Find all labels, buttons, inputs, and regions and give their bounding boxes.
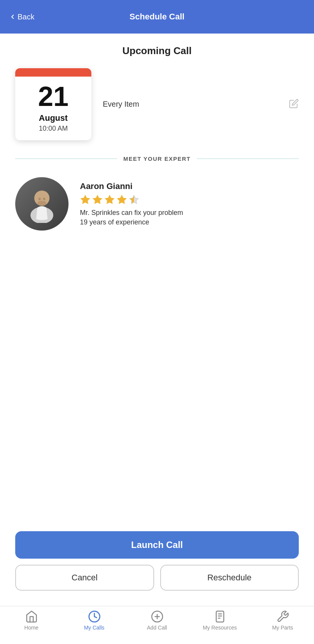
- avatar-svg: [23, 185, 61, 223]
- svg-point-4: [43, 198, 45, 200]
- header: Back Schedule Call: [0, 0, 314, 34]
- call-label-area: Every Item: [103, 99, 299, 110]
- back-button[interactable]: Back: [9, 13, 34, 21]
- expert-avatar: [15, 177, 69, 231]
- my-resources-icon: [214, 610, 226, 623]
- expert-info: Aaron Gianni: [80, 181, 299, 226]
- nav-label-add-call: Add Call: [147, 625, 167, 631]
- divider-right: [197, 159, 299, 159]
- nav-item-my-parts[interactable]: My Parts: [251, 610, 314, 631]
- cancel-button[interactable]: Cancel: [15, 565, 154, 591]
- call-label: Every Item: [103, 100, 139, 109]
- star-1: [80, 194, 91, 205]
- svg-marker-7: [105, 195, 114, 203]
- calendar-tile: 21 August 10:00 AM: [15, 68, 91, 140]
- nav-label-my-resources: My Resources: [203, 625, 237, 631]
- section-divider: MEET YOUR EXPERT: [15, 155, 299, 162]
- svg-point-2: [37, 201, 46, 205]
- star-2: [92, 194, 103, 205]
- nav-label-home: Home: [24, 625, 38, 631]
- svg-point-3: [38, 198, 41, 200]
- divider-left: [15, 159, 117, 159]
- nav-item-my-calls[interactable]: My Calls: [63, 610, 126, 631]
- nav-label-my-parts: My Parts: [272, 625, 293, 631]
- page-title: Upcoming Call: [15, 45, 299, 57]
- calendar-time: 10:00 AM: [23, 125, 84, 133]
- my-parts-icon: [276, 610, 289, 623]
- add-call-icon: [151, 610, 164, 623]
- call-info-row: 21 August 10:00 AM Every Item: [15, 68, 299, 140]
- main-content: Upcoming Call 21 August 10:00 AM Every I…: [0, 34, 314, 606]
- home-icon: [25, 610, 38, 623]
- expert-name: Aaron Gianni: [80, 181, 299, 191]
- stars-row: [80, 194, 299, 205]
- calendar-day: 21: [23, 83, 84, 110]
- edit-icon[interactable]: [289, 99, 299, 110]
- calendar-month: August: [23, 113, 84, 123]
- expert-row: Aaron Gianni: [15, 173, 299, 234]
- calendar-body: 21 August 10:00 AM: [15, 77, 91, 140]
- nav-item-add-call[interactable]: Add Call: [126, 610, 188, 631]
- launch-call-button[interactable]: Launch Call: [15, 531, 299, 559]
- secondary-buttons: Cancel Reschedule: [15, 565, 299, 591]
- svg-marker-9: [129, 195, 138, 203]
- svg-rect-14: [216, 611, 224, 622]
- star-3: [104, 194, 115, 205]
- section-heading: MEET YOUR EXPERT: [123, 155, 191, 162]
- expert-experience: 19 years of experience: [80, 218, 299, 226]
- nav-label-my-calls: My Calls: [84, 625, 105, 631]
- header-title: Schedule Call: [129, 12, 184, 22]
- svg-marker-6: [93, 195, 102, 203]
- svg-marker-8: [117, 195, 126, 203]
- svg-marker-5: [81, 195, 89, 203]
- nav-item-my-resources[interactable]: My Resources: [188, 610, 251, 631]
- star-4: [116, 194, 127, 205]
- my-calls-icon: [88, 610, 101, 623]
- bottom-buttons: Launch Call Cancel Reschedule: [15, 531, 299, 598]
- star-5-half: [129, 194, 139, 205]
- reschedule-button[interactable]: Reschedule: [160, 565, 299, 591]
- calendar-header-bar: [15, 68, 91, 77]
- nav-item-home[interactable]: Home: [0, 610, 63, 631]
- bottom-nav: Home My Calls Add Call My Resources: [0, 606, 314, 644]
- expert-description: Mr. Sprinkles can fix your problem: [80, 209, 299, 217]
